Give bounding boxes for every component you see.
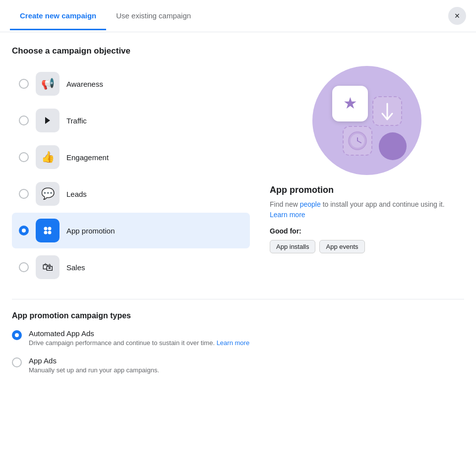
app-promotion-illustration: ★: [312, 66, 421, 175]
objective-awareness[interactable]: 📢 Awareness: [12, 66, 250, 102]
automated-learn-more-link[interactable]: Learn more: [217, 339, 249, 347]
preview-title: App promotion: [270, 185, 334, 195]
engagement-label: Engagement: [66, 153, 109, 162]
radio-leads[interactable]: [19, 189, 29, 199]
tag-app-events: App events: [319, 240, 364, 253]
traffic-label: Traffic: [66, 117, 87, 125]
app-ads-label: App Ads: [29, 356, 159, 365]
svg-text:★: ★: [343, 94, 357, 112]
svg-point-0: [44, 227, 48, 231]
preview-learn-more-link[interactable]: Learn more: [270, 211, 305, 219]
leads-icon: 💬: [36, 182, 60, 206]
objective-leads[interactable]: 💬 Leads: [12, 176, 250, 212]
radio-awareness[interactable]: [19, 79, 29, 89]
awareness-label: Awareness: [66, 80, 103, 88]
good-for-title: Good for:: [270, 227, 301, 235]
main-content: Choose a campaign objective 📢 Awareness …: [0, 32, 476, 396]
objective-traffic[interactable]: Traffic: [12, 103, 250, 138]
tabs-header: Create new campaign Use existing campaig…: [0, 0, 476, 32]
radio-automated[interactable]: [12, 330, 22, 340]
objective-sales[interactable]: 🛍 Sales: [12, 249, 250, 285]
preview-description: Find new people to install your app and …: [270, 199, 464, 220]
campaign-types-title: App promotion campaign types: [12, 311, 464, 320]
campaign-type-automated[interactable]: Automated App Ads Drive campaign perform…: [12, 329, 464, 348]
app-promotion-icon: [36, 219, 60, 242]
leads-label: Leads: [66, 190, 87, 198]
preview-people-link[interactable]: people: [300, 200, 321, 208]
sales-label: Sales: [66, 263, 85, 272]
radio-sales[interactable]: [19, 262, 29, 272]
automated-desc-text: Drive campaign performance and continue …: [29, 339, 217, 347]
radio-traffic[interactable]: [19, 116, 29, 125]
objective-engagement[interactable]: 👍 Engagement: [12, 139, 250, 175]
automated-desc: Drive campaign performance and continue …: [29, 339, 249, 348]
close-button[interactable]: ×: [448, 7, 466, 25]
automated-content: Automated App Ads Drive campaign perform…: [29, 329, 249, 348]
campaign-types-section: App promotion campaign types Automated A…: [12, 299, 464, 375]
radio-engagement[interactable]: [19, 152, 29, 162]
tags-container: App installs App events: [270, 240, 365, 253]
tab-create-new[interactable]: Create new campaign: [10, 2, 106, 30]
engagement-icon: 👍: [36, 145, 60, 169]
svg-point-3: [48, 231, 52, 234]
preview-desc-text2: to install your app and continue using i…: [321, 200, 445, 208]
objective-app-promotion[interactable]: App promotion: [12, 213, 250, 248]
svg-point-13: [379, 132, 407, 160]
section-title: Choose a campaign objective: [12, 46, 464, 56]
objective-list: 📢 Awareness Traffic 👍 Engagement: [12, 66, 250, 285]
content-layout: 📢 Awareness Traffic 👍 Engagement: [12, 66, 464, 285]
preview-desc-text1: Find new: [270, 200, 300, 208]
preview-panel: ★: [270, 66, 464, 285]
app-promotion-label: App promotion: [66, 227, 115, 235]
tab-use-existing[interactable]: Use existing campaign: [106, 2, 201, 30]
tag-app-installs: App installs: [270, 240, 315, 253]
illustration-svg: ★: [317, 71, 416, 170]
awareness-icon: 📢: [36, 72, 60, 96]
app-ads-content: App Ads Manually set up and run your app…: [29, 356, 159, 375]
automated-label: Automated App Ads: [29, 329, 249, 338]
sales-icon: 🛍: [36, 255, 60, 279]
traffic-icon: [36, 109, 60, 132]
campaign-type-app-ads[interactable]: App Ads Manually set up and run your app…: [12, 356, 464, 375]
radio-app-promotion[interactable]: [19, 226, 29, 235]
svg-point-2: [44, 231, 48, 234]
radio-app-ads[interactable]: [12, 357, 22, 367]
svg-point-1: [48, 227, 52, 231]
app-ads-desc: Manually set up and run your app campaig…: [29, 366, 159, 375]
